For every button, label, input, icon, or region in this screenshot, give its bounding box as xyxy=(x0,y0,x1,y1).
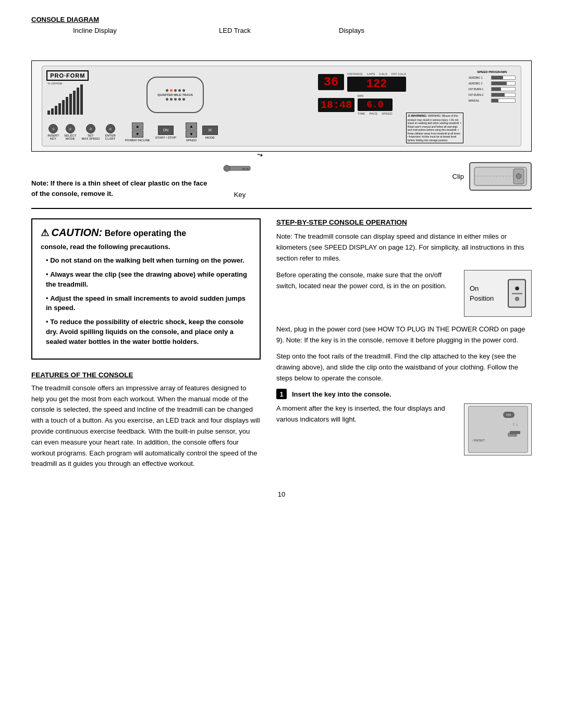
caution-title-rest: Before operating the xyxy=(105,229,186,238)
track-dot-lit xyxy=(170,89,173,92)
display-distance-laps: 36 xyxy=(318,74,344,90)
caution-bullets: Do not stand on the walking belt when tu… xyxy=(41,256,251,347)
track-dots-bottom xyxy=(166,98,185,101)
aerobic1-row: AEROBIC 1 xyxy=(469,76,516,80)
key-drawing: ➘ xyxy=(219,153,261,190)
right-column: STEP-BY-STEP CONSOLE OPERATION Note: The… xyxy=(276,218,532,475)
incline-down-btn[interactable]: ▼ xyxy=(132,130,143,138)
btn-set-max-speed: ③ SETMAX SPEED xyxy=(81,124,100,140)
caution-bullet-4: To reduce the possibility of electric sh… xyxy=(41,317,251,347)
incline-bar-9 xyxy=(77,88,79,115)
track-dots-top xyxy=(166,89,185,92)
caution-b3: Adjust the speed in small increments to … xyxy=(46,294,246,312)
caution-box: ⚠ CAUTION: Before operating the console,… xyxy=(31,218,261,360)
svg-point-1 xyxy=(224,165,230,171)
incline-bar-10 xyxy=(80,84,83,115)
incline-bar-6 xyxy=(66,97,68,115)
aerobic2-row: AEROBIC 2 xyxy=(469,81,516,85)
manual-row: MANUAL xyxy=(469,98,516,103)
mini-reset-label: / RESET xyxy=(473,439,485,442)
step-note: Note: The treadmill console can display … xyxy=(276,231,532,264)
track-dot xyxy=(182,89,185,92)
key-label: Key xyxy=(219,191,261,199)
switch-dot-bottom xyxy=(515,297,519,301)
console-diagram-title: CONSOLE DIAGRAM xyxy=(31,16,532,23)
aerobic1-fill xyxy=(492,76,504,79)
step-1-section: 1 Insert the key into the console. A mom… xyxy=(276,389,532,455)
display-top-sublabels: DISTANCE LAPS CALS FAT CALS xyxy=(347,72,406,76)
btn-insert-key: ① INSERTKEY xyxy=(47,124,59,140)
display-row-bottom: 18:48 MIN 6.0 TIME PACE SPEED xyxy=(318,94,406,115)
incline-up-btn[interactable]: ▲ xyxy=(132,122,143,130)
mini-console-diagram: ON / RESET ↑ ↓ xyxy=(468,406,528,453)
step-onto-note: Step onto the foot rails of the treadmil… xyxy=(276,351,532,384)
btn-3-icon: ③ xyxy=(86,124,95,133)
warning-label: ⚠ WARNING: xyxy=(408,114,428,117)
btn-4-icon: ④ xyxy=(106,124,115,133)
note-bold-text: Note: If there is a thin sheet of clear … xyxy=(31,179,207,198)
display-bottom-sublabels: MIN xyxy=(358,94,393,97)
page-number: 10 xyxy=(31,490,532,498)
section-divider xyxy=(31,208,532,209)
console-panel: PRO·FORM % GRADE xyxy=(42,66,521,146)
caution-bullet-2: Always wear the clip (see the drawing ab… xyxy=(41,270,251,290)
on-position-switch xyxy=(508,279,526,308)
cals-label: CALS xyxy=(379,72,387,76)
caution-word: CAUTION: xyxy=(51,227,102,238)
clip-area: Clip xyxy=(452,162,532,191)
time-label: TIME xyxy=(358,112,365,115)
step-1-instruction: Insert the key into the console. xyxy=(292,390,391,398)
console-top-labels: Incline Display LED Track Displays xyxy=(31,27,532,45)
svg-rect-2 xyxy=(242,168,245,170)
track-dot xyxy=(166,98,168,101)
on-position-text: Before operating the console, make sure … xyxy=(276,270,456,292)
distance-label: DISTANCE xyxy=(347,72,363,76)
clip-label: Clip xyxy=(452,172,464,180)
console-bottom-buttons: ① INSERTKEY ② SELECTMODE ③ SETMAX SPEED … xyxy=(47,122,218,142)
aerobic2-label: AEROBIC 2 xyxy=(469,82,489,85)
caution-bullet-1: Do not stand on the walking belt when tu… xyxy=(41,256,251,266)
track-dot xyxy=(182,98,185,101)
switch-slider xyxy=(512,293,522,294)
speed-down-btn[interactable]: ▼ xyxy=(186,130,197,138)
start-stop-btn[interactable]: ON xyxy=(158,126,174,135)
speed-group: ▲ ▼ SPEED xyxy=(186,122,197,142)
fatburn1-bar xyxy=(491,87,516,91)
incline-bar-5 xyxy=(62,100,65,115)
btn-enter-clsrt: ④ ENTERCLSRT xyxy=(105,124,115,140)
fatburn1-fill xyxy=(492,88,501,91)
incline-bar-8 xyxy=(73,91,76,115)
caution-title: ⚠ CAUTION: Before operating the xyxy=(41,227,251,239)
speed-arrows: ▲ ▼ xyxy=(186,122,197,138)
power-incline-group: ▲ ▼ POWER INCLINE xyxy=(125,122,150,142)
btn-4-label: ENTERCLSRT xyxy=(105,134,115,140)
incline-bars xyxy=(47,84,83,115)
clip-drawing xyxy=(469,162,532,191)
btn-1-label: INSERTKEY xyxy=(47,134,59,140)
track-dot xyxy=(174,89,177,92)
caution-subtitle: console, read the following precautions. xyxy=(41,243,251,251)
features-title: FEATURES OF THE CONSOLE xyxy=(31,371,261,379)
aerobic2-fill xyxy=(492,82,507,85)
fatburn2-bar xyxy=(491,93,516,97)
console-note: Note: If there is a thin sheet of clear … xyxy=(31,178,209,199)
power-incline-arrows: ▲ ▼ xyxy=(132,122,143,138)
mode-btn[interactable]: M xyxy=(202,126,218,135)
incline-bar-4 xyxy=(58,103,61,115)
features-body: The treadmill console offers an impressi… xyxy=(31,383,261,470)
track-dot xyxy=(178,98,181,101)
speed-label: SPEED xyxy=(186,139,197,142)
speed-programs-label: SPEED PROGRAMS xyxy=(469,70,516,73)
aerobic1-bar xyxy=(491,76,516,80)
step-1-number: 1 xyxy=(276,389,287,399)
start-stop-group: ON START / STOP xyxy=(155,126,176,139)
mini-key-shape xyxy=(510,431,520,434)
led-track-label: LED Track xyxy=(219,27,251,34)
speed-up-btn[interactable]: ▲ xyxy=(186,122,197,130)
display-bottom-labels: TIME PACE SPEED xyxy=(358,112,393,115)
clip-svg xyxy=(472,165,529,188)
manual-label: MANUAL xyxy=(469,99,489,102)
fatburn1-row: FAT BURN 1 xyxy=(469,87,516,91)
btn-select-mode: ② SELECTMODE xyxy=(64,124,76,140)
two-column-layout: ⚠ CAUTION: Before operating the console,… xyxy=(31,218,532,475)
